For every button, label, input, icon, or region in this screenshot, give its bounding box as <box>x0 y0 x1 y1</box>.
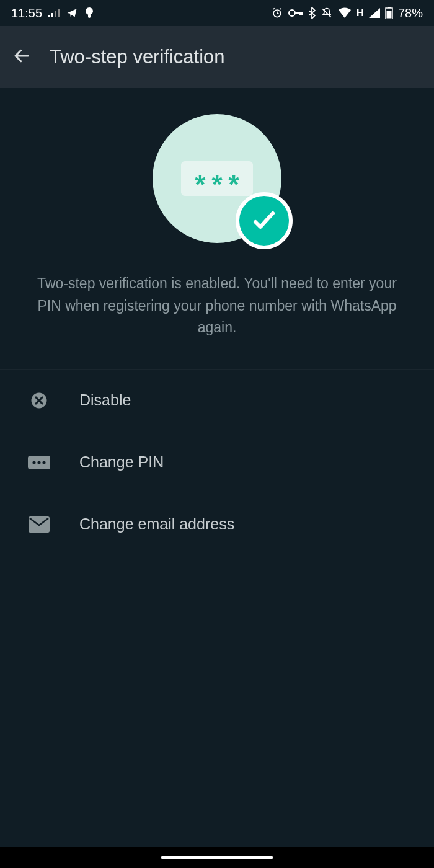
options-list: Disable Change PIN Change email address <box>0 370 434 556</box>
back-button[interactable] <box>12 46 31 68</box>
vpn-key-icon <box>288 9 303 17</box>
option-label: Change PIN <box>79 453 164 471</box>
pin-dots-icon <box>27 456 51 469</box>
option-label: Disable <box>79 391 131 409</box>
status-bar-left: 11:55 <box>11 6 94 20</box>
close-circle-icon <box>27 391 51 410</box>
asterisk-icon: * <box>211 171 222 198</box>
page-title: Two-step verification <box>50 46 225 68</box>
svg-rect-10 <box>301 12 303 15</box>
status-time: 11:55 <box>11 6 42 20</box>
svg-rect-5 <box>88 14 91 18</box>
arrow-back-icon <box>12 46 31 65</box>
toolbar: Two-step verification <box>0 26 434 88</box>
asterisk-icon: * <box>229 171 239 198</box>
option-label: Change email address <box>79 515 234 533</box>
wifi-icon <box>338 7 352 19</box>
home-handle[interactable] <box>161 856 273 859</box>
hero-description: Two-step verification is enabled. You'll… <box>0 273 434 339</box>
option-change-email[interactable]: Change email address <box>0 494 434 556</box>
svg-point-17 <box>37 461 40 464</box>
option-change-pin[interactable]: Change PIN <box>0 432 434 494</box>
svg-point-16 <box>32 461 35 464</box>
svg-rect-9 <box>299 12 301 16</box>
notification-app-icon <box>84 7 94 19</box>
svg-rect-1 <box>51 13 53 17</box>
hero-section: * * * Two-step verification is enabled. … <box>0 88 434 339</box>
alarm-icon <box>271 7 283 19</box>
email-icon <box>27 516 51 533</box>
mute-bell-icon <box>321 7 333 19</box>
system-nav-bar <box>0 847 434 868</box>
verification-illustration: * * * <box>153 114 281 243</box>
check-badge-icon <box>236 192 293 249</box>
svg-rect-3 <box>58 9 60 17</box>
status-bar: 11:55 H 78% <box>0 0 434 26</box>
signal-bars-icon <box>48 9 60 17</box>
svg-rect-13 <box>386 11 391 19</box>
svg-rect-2 <box>55 11 56 17</box>
pin-card-icon: * * * <box>181 161 253 196</box>
bluetooth-icon <box>308 7 316 19</box>
battery-percentage: 78% <box>398 6 423 20</box>
battery-icon <box>385 7 393 19</box>
svg-rect-0 <box>48 15 50 17</box>
option-disable[interactable]: Disable <box>0 370 434 432</box>
svg-point-18 <box>42 461 45 464</box>
svg-point-7 <box>289 10 295 16</box>
telegram-icon <box>66 7 78 19</box>
status-bar-right: H 78% <box>271 6 423 20</box>
network-type-label: H <box>356 7 364 19</box>
asterisk-icon: * <box>195 171 205 198</box>
cell-signal-icon <box>369 8 380 18</box>
